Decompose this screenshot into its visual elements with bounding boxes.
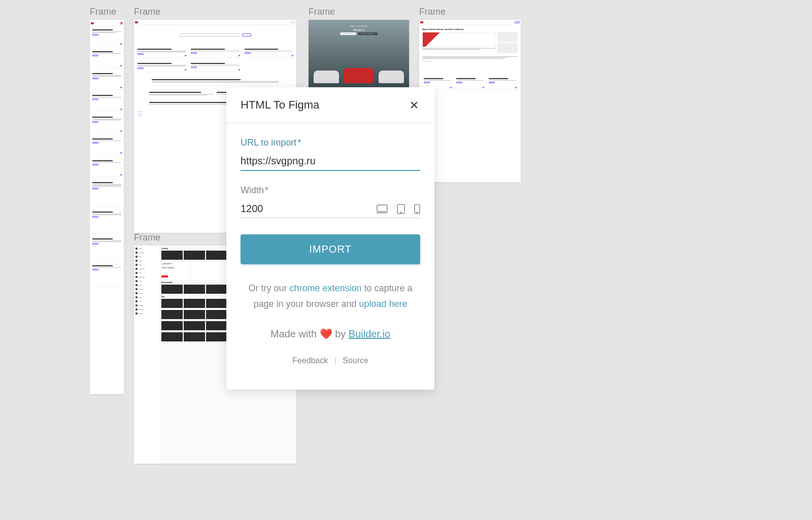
tesla-region: Select Your Region [309,25,409,27]
builder-io-link[interactable]: Builder.io [349,328,390,339]
frame-label: Frame [134,7,296,17]
frame-4-content: Select Your Region Model 3 CUSTOM ORDER … [309,20,409,88]
tesla-inventory-btn: EXISTING INVENTORY [358,32,378,35]
desktop-icon[interactable] [377,204,388,214]
tesla-custom-order-btn: CUSTOM ORDER [340,32,357,35]
frame-label: Frame [90,7,124,17]
source-link[interactable]: Source [343,356,368,365]
frame-5-content: Адаптивный шаблон торговой страницы [419,20,521,182]
credit-text: Made with ❤️ by Builder.io [241,328,420,340]
frame-1[interactable]: Frame [90,7,124,394]
html-to-figma-modal: HTML To Figma URL to import* Width* [226,87,434,390]
frame-label: Frame [309,7,409,17]
figma-canvas[interactable]: Frame Frame [0,0,812,520]
width-input[interactable] [241,200,377,218]
feedback-link[interactable]: Feedback [292,356,328,365]
frame-label: Frame [419,7,521,17]
frame-5[interactable]: Frame Адаптивный шаблон торговой страниц… [419,7,521,182]
heart-icon: ❤️ [320,328,332,339]
frame-1-content [90,20,124,394]
svg-point-5 [400,212,401,213]
chrome-extension-link[interactable]: chrome extension [289,283,361,293]
modal-body: URL to import* Width* [226,123,434,390]
import-button[interactable]: IMPORT [241,234,420,264]
helper-text: Or try our chrome extension to capture a… [241,281,420,311]
modal-footer: Feedback | Source [241,356,420,375]
svg-point-7 [417,212,418,213]
footer-separator: | [334,356,336,365]
upload-here-link[interactable]: upload here [359,299,408,309]
width-label: Width* [241,185,420,196]
tablet-icon[interactable] [397,204,405,214]
frame-4[interactable]: Frame Select Your Region Model 3 CUSTOM … [309,7,409,88]
modal-header: HTML To Figma [226,87,434,123]
tesla-model: Model 3 [309,28,409,31]
url-label: URL to import* [241,137,420,148]
close-button[interactable] [408,99,420,111]
close-icon [409,100,419,110]
svg-rect-2 [377,205,387,212]
url-input[interactable] [241,152,420,171]
modal-title: HTML To Figma [241,98,319,112]
mobile-icon[interactable] [414,204,420,214]
